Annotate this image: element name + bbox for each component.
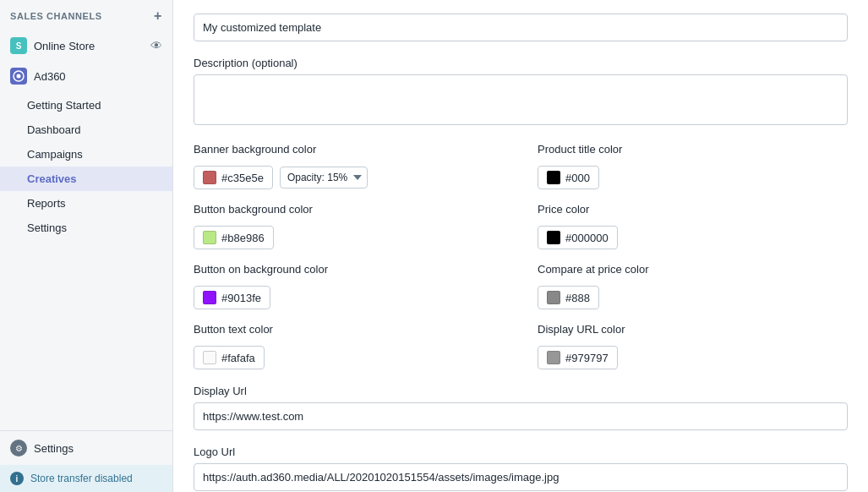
- sidebar-item-settings-nav[interactable]: Settings: [0, 216, 172, 240]
- sidebar-nav: Getting Started Dashboard Campaigns Crea…: [0, 91, 172, 242]
- banner-bg-color-value: #c35e5e: [221, 172, 264, 184]
- compare-price-label: Compare at price color: [538, 263, 848, 276]
- color-grid: Banner background color #c35e5e Opacity:…: [194, 143, 848, 369]
- ad360-label: Ad360: [34, 70, 162, 83]
- display-url-color-btn[interactable]: #979797: [538, 346, 618, 369]
- button-bg-swatch: [203, 231, 216, 244]
- compare-price-swatch: [547, 291, 560, 304]
- price-color-row: #000000: [538, 226, 848, 249]
- button-text-color-label: Button text color: [194, 323, 504, 336]
- display-url-color-value: #979797: [565, 352, 609, 364]
- logo-url-label: Logo Url: [194, 446, 848, 458]
- button-bg-color-label: Button background color: [194, 203, 504, 216]
- sidebar-item-ad360[interactable]: Ad360: [0, 61, 172, 91]
- info-icon: i: [10, 472, 24, 485]
- button-on-bg-label: Button on background color: [194, 263, 504, 276]
- sidebar-item-creatives[interactable]: Creatives: [0, 167, 172, 191]
- price-color-group: Price color #000000: [538, 203, 848, 249]
- button-bg-color-btn[interactable]: #b8e986: [194, 226, 274, 249]
- online-store-label: Online Store: [34, 40, 144, 52]
- settings-item[interactable]: ⚙ Settings: [0, 431, 172, 465]
- settings-icon: ⚙: [10, 440, 27, 456]
- sidebar-item-getting-started[interactable]: Getting Started: [0, 93, 172, 118]
- product-title-color-btn[interactable]: #000: [538, 166, 599, 189]
- compare-price-value: #888: [565, 292, 590, 304]
- price-color-label: Price color: [538, 203, 848, 216]
- add-sales-channel-icon[interactable]: +: [154, 8, 162, 24]
- compare-price-btn[interactable]: #888: [538, 286, 599, 309]
- sidebar-item-dashboard[interactable]: Dashboard: [0, 118, 172, 142]
- sidebar-item-online-store[interactable]: S Online Store 👁: [0, 30, 172, 61]
- description-group: Description (optional): [194, 57, 848, 128]
- button-on-bg-btn[interactable]: #9013fe: [194, 286, 270, 309]
- banner-bg-color-btn[interactable]: #c35e5e: [194, 166, 273, 189]
- description-label: Description (optional): [194, 57, 848, 69]
- product-title-swatch: [547, 171, 560, 184]
- button-bg-color-value: #b8e986: [221, 232, 265, 244]
- product-title-color-label: Product title color: [538, 143, 848, 156]
- button-bg-color-group: Button background color #b8e986: [194, 203, 504, 249]
- sidebar: SALES CHANNELS + S Online Store 👁 Ad360 …: [0, 0, 173, 492]
- svg-point-1: [17, 74, 21, 79]
- sales-channels-header: SALES CHANNELS +: [0, 0, 172, 30]
- compare-price-group: Compare at price color #888: [538, 263, 848, 309]
- main-content: Description (optional) Banner background…: [173, 0, 868, 492]
- display-url-color-label: Display URL color: [538, 323, 848, 336]
- ad360-icon: [10, 68, 27, 85]
- display-url-input[interactable]: [194, 402, 848, 430]
- description-textarea[interactable]: [194, 74, 848, 125]
- store-transfer-label: Store transfer disabled: [30, 473, 133, 484]
- online-store-eye-icon[interactable]: 👁: [150, 39, 162, 52]
- product-title-color-group: Product title color #000: [538, 143, 848, 189]
- banner-bg-color-row: #c35e5e Opacity: 15%: [194, 166, 504, 189]
- display-url-color-group: Display URL color #979797: [538, 323, 848, 369]
- banner-bg-color-group: Banner background color #c35e5e Opacity:…: [194, 143, 504, 189]
- store-transfer-bar: i Store transfer disabled: [0, 465, 172, 492]
- price-color-value: #000000: [565, 232, 609, 244]
- button-on-bg-row: #9013fe: [194, 286, 504, 309]
- button-text-color-group: Button text color #fafafa: [194, 323, 504, 369]
- button-text-color-row: #fafafa: [194, 346, 504, 369]
- online-store-icon: S: [10, 37, 27, 54]
- price-color-btn[interactable]: #000000: [538, 226, 618, 249]
- button-on-bg-swatch: [203, 291, 216, 304]
- product-title-color-value: #000: [565, 172, 590, 184]
- price-swatch: [547, 231, 560, 244]
- sidebar-bottom: ⚙ Settings i Store transfer disabled: [0, 430, 172, 492]
- sales-channels-label: SALES CHANNELS: [10, 11, 102, 21]
- settings-label: Settings: [34, 442, 74, 455]
- compare-price-row: #888: [538, 286, 848, 309]
- button-bg-color-row: #b8e986: [194, 226, 504, 249]
- button-on-bg-value: #9013fe: [221, 292, 261, 304]
- display-url-color-row: #979797: [538, 346, 848, 369]
- display-url-group: Display Url: [194, 385, 848, 430]
- sidebar-item-reports[interactable]: Reports: [0, 191, 172, 216]
- template-name-group: [194, 14, 848, 41]
- product-title-color-row: #000: [538, 166, 848, 189]
- button-text-color-btn[interactable]: #fafafa: [194, 346, 265, 369]
- display-url-label: Display Url: [194, 385, 848, 397]
- banner-bg-swatch: [203, 171, 216, 184]
- banner-bg-color-label: Banner background color: [194, 143, 504, 156]
- button-text-swatch: [203, 351, 216, 364]
- opacity-select[interactable]: Opacity: 15%: [280, 167, 368, 189]
- logo-url-group: Logo Url: [194, 446, 848, 491]
- logo-url-input[interactable]: [194, 463, 848, 491]
- button-text-color-value: #fafafa: [221, 352, 255, 364]
- template-name-input[interactable]: [194, 14, 848, 41]
- display-url-color-swatch: [547, 351, 560, 364]
- sidebar-item-campaigns[interactable]: Campaigns: [0, 142, 172, 167]
- button-on-bg-group: Button on background color #9013fe: [194, 263, 504, 309]
